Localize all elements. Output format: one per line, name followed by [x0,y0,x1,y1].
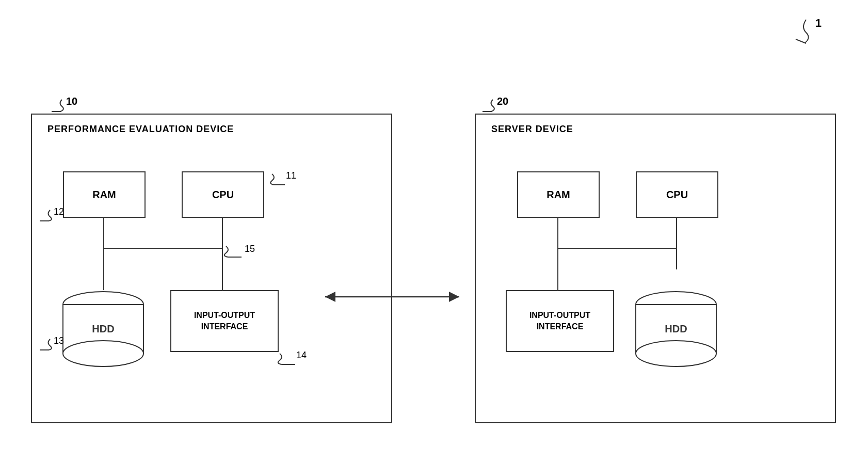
svg-line-0 [796,39,806,43]
bus-vert-cpu-r [676,218,677,269]
cpu-box-left: CPU [182,171,264,218]
ref-10: 10 [66,95,77,107]
ref-15: 15 [245,244,255,254]
bus-horiz-r [557,248,677,249]
bus-horiz [103,248,223,249]
ref-12: 12 [54,206,64,217]
cpu-box-right: CPU [636,171,718,218]
performance-device-box: PERFORMANCE EVALUATION DEVICE RAM 12 CPU… [31,114,392,423]
ref15-squiggle [222,244,248,258]
svg-point-14 [636,341,716,366]
bus-vert-io-r [557,249,558,290]
fig-ref-arrow [785,14,816,45]
bus-vert-io [222,249,223,290]
bus-vert-hdd [103,249,104,290]
ref-14: 14 [296,350,307,361]
ram-box-left: RAM [63,171,146,218]
io-interface-box-left: INPUT-OUTPUTINTERFACE [170,290,279,352]
svg-marker-18 [449,292,459,302]
svg-point-7 [63,341,143,366]
hdd-cylinder-right: HDD [635,290,717,368]
performance-device-label: PERFORMANCE EVALUATION DEVICE [47,124,234,135]
svg-marker-17 [325,292,335,302]
io-interface-box-right: INPUT-OUTPUTINTERFACE [506,290,614,352]
ref-11: 11 [286,170,296,181]
figure-number: 1 [815,17,822,30]
svg-text:HDD: HDD [92,323,114,334]
ref14-squiggle [276,351,299,365]
svg-text:HDD: HDD [665,323,687,334]
ram-box-right: RAM [517,171,600,218]
bidirectional-arrow [310,281,475,312]
ref-20: 20 [497,95,508,107]
hdd-cylinder-left: HDD [62,290,144,368]
server-device-box: SERVER DEVICE RAM CPU INPUT-OUTPUTINTERF… [475,114,836,423]
diagram: 1 10 PERFORMANCE EVALUATION DEVICE RAM 1… [0,0,868,463]
ref-13: 13 [54,336,64,346]
bus-vert-ram [103,218,104,249]
bus-vert-ram-r [557,218,558,249]
server-device-label: SERVER DEVICE [491,124,573,135]
